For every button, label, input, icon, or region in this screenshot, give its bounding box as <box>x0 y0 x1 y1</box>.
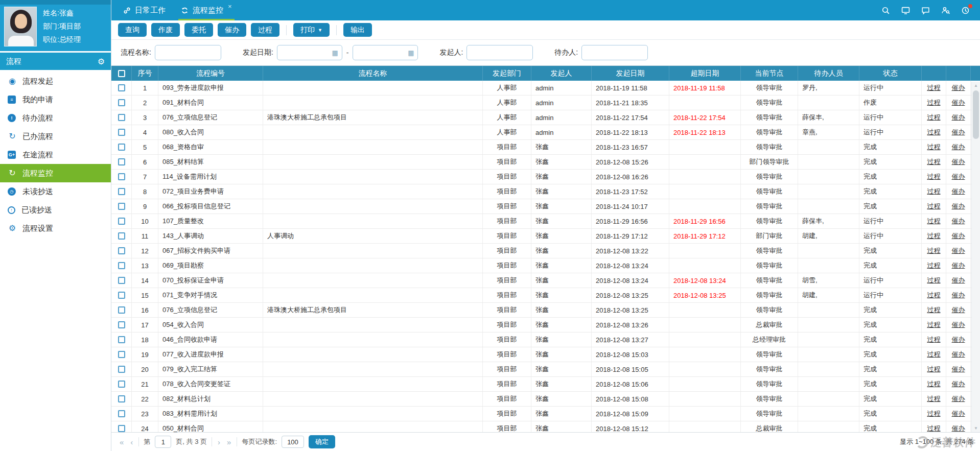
urge-link[interactable]: 催办 <box>952 83 965 92</box>
process-name-input[interactable] <box>155 45 221 60</box>
process-link[interactable]: 过程 <box>927 202 941 211</box>
urge-link[interactable]: 催办 <box>952 128 965 137</box>
urge-link[interactable]: 催办 <box>952 379 965 389</box>
urge-link[interactable]: 催办 <box>952 187 965 196</box>
row-checkbox[interactable] <box>118 114 125 121</box>
urge-link[interactable]: 催办 <box>952 320 965 329</box>
row-checkbox[interactable] <box>118 218 125 225</box>
urge-link[interactable]: 催办 <box>952 335 965 344</box>
row-checkbox[interactable] <box>118 173 125 180</box>
process-link[interactable]: 过程 <box>927 231 941 241</box>
sidebar-item-monitor-refresh[interactable]: ↻流程监控 <box>0 164 111 182</box>
row-checkbox[interactable] <box>118 144 125 151</box>
row-checkbox[interactable] <box>118 425 125 432</box>
row-checkbox[interactable] <box>118 203 125 210</box>
calendar-icon[interactable]: ▦ <box>332 49 338 57</box>
sidebar-item-gplus[interactable]: G+在途流程 <box>0 146 111 164</box>
tab-process-monitor[interactable]: 流程监控 × <box>173 0 240 20</box>
urge-link[interactable]: 催办 <box>952 246 965 255</box>
print-button[interactable]: 打印 ▼ <box>293 23 330 37</box>
sidebar-item-gear[interactable]: ⚙流程设置 <box>0 219 111 238</box>
urge-link[interactable]: 催办 <box>952 231 965 241</box>
search-icon[interactable] <box>881 6 890 15</box>
sidebar-item-clipboard[interactable]: ≡我的申请 <box>0 90 111 109</box>
row-checkbox[interactable] <box>118 129 125 136</box>
gear-icon[interactable]: ⚙ <box>98 57 105 66</box>
process-link[interactable]: 过程 <box>927 335 941 344</box>
row-checkbox[interactable] <box>118 247 125 254</box>
urge-link[interactable]: 催办 <box>952 305 965 315</box>
row-checkbox[interactable] <box>118 188 125 195</box>
message-icon[interactable] <box>921 6 930 15</box>
process-link[interactable]: 过程 <box>927 365 941 374</box>
process-link[interactable]: 过程 <box>927 350 941 359</box>
initiator-input[interactable] <box>466 45 533 60</box>
process-link[interactable]: 过程 <box>927 409 941 418</box>
row-checkbox[interactable] <box>118 351 125 358</box>
scrollbar-thumb[interactable] <box>973 90 979 139</box>
process-link[interactable]: 过程 <box>927 83 941 92</box>
urge-link[interactable]: 催办 <box>952 202 965 211</box>
process-link[interactable]: 过程 <box>927 143 941 152</box>
process-link[interactable]: 过程 <box>927 246 941 255</box>
row-checkbox[interactable] <box>118 232 125 240</box>
process-link[interactable]: 过程 <box>927 261 941 270</box>
urge-link[interactable]: 催办 <box>952 291 965 300</box>
sidebar-item-arrow-up[interactable]: ↑已读抄送 <box>0 201 111 219</box>
sidebar-item-broadcast[interactable]: ◉流程发起 <box>0 72 111 90</box>
row-checkbox[interactable] <box>118 336 125 343</box>
urge-button[interactable]: 催办 <box>218 23 246 37</box>
process-link[interactable]: 过程 <box>927 305 941 315</box>
process-link[interactable]: 过程 <box>927 379 941 389</box>
sidebar-item-refresh[interactable]: ↻已办流程 <box>0 127 111 146</box>
process-link[interactable]: 过程 <box>927 172 941 181</box>
first-page-button[interactable]: « <box>119 438 125 446</box>
process-link[interactable]: 过程 <box>927 98 941 107</box>
calendar-icon[interactable]: ▦ <box>408 49 414 57</box>
prev-page-button[interactable]: ‹ <box>129 438 134 446</box>
export-button[interactable]: 输出 <box>343 23 372 37</box>
row-checkbox[interactable] <box>118 395 125 402</box>
close-icon[interactable]: × <box>228 3 232 10</box>
scroll-up-arrow[interactable]: ▲ <box>972 82 980 89</box>
row-checkbox[interactable] <box>118 99 125 106</box>
row-checkbox[interactable] <box>118 262 125 269</box>
void-button[interactable]: 作废 <box>151 23 180 37</box>
scroll-down-arrow[interactable]: ▼ <box>972 424 980 432</box>
urge-link[interactable]: 催办 <box>952 409 965 418</box>
vertical-scrollbar[interactable]: ▲ ▼ <box>971 82 980 432</box>
select-all-checkbox[interactable] <box>118 70 125 77</box>
urge-link[interactable]: 催办 <box>952 157 965 167</box>
process-button[interactable]: 过程 <box>251 23 279 37</box>
pending-person-input[interactable] <box>581 45 648 60</box>
process-link[interactable]: 过程 <box>927 394 941 403</box>
urge-link[interactable]: 催办 <box>952 143 965 152</box>
sidebar-item-clock[interactable]: ◷未读抄送 <box>0 182 111 201</box>
window-icon[interactable] <box>901 6 910 15</box>
urge-link[interactable]: 催办 <box>952 365 965 374</box>
per-page-input[interactable] <box>282 436 304 448</box>
notification-icon[interactable] <box>961 6 970 15</box>
process-link[interactable]: 过程 <box>927 113 941 122</box>
tab-daily-work[interactable]: 日常工作 <box>115 0 173 20</box>
row-checkbox[interactable] <box>118 84 125 91</box>
urge-link[interactable]: 催办 <box>952 394 965 403</box>
urge-link[interactable]: 催办 <box>952 217 965 226</box>
urge-link[interactable]: 催办 <box>952 98 965 107</box>
urge-link[interactable]: 催办 <box>952 113 965 122</box>
sidebar-item-alert[interactable]: !待办流程 <box>0 109 111 127</box>
row-checkbox[interactable] <box>118 158 125 165</box>
user-search-icon[interactable] <box>941 6 950 15</box>
row-checkbox[interactable] <box>118 381 125 388</box>
row-checkbox[interactable] <box>118 366 125 373</box>
row-checkbox[interactable] <box>118 277 125 284</box>
urge-link[interactable]: 催办 <box>952 276 965 285</box>
last-page-button[interactable]: » <box>226 438 232 446</box>
urge-link[interactable]: 催办 <box>952 172 965 181</box>
process-link[interactable]: 过程 <box>927 187 941 196</box>
process-link[interactable]: 过程 <box>927 291 941 300</box>
urge-link[interactable]: 催办 <box>952 350 965 359</box>
page-number-input[interactable] <box>155 436 171 448</box>
process-link[interactable]: 过程 <box>927 128 941 137</box>
process-link[interactable]: 过程 <box>927 157 941 167</box>
